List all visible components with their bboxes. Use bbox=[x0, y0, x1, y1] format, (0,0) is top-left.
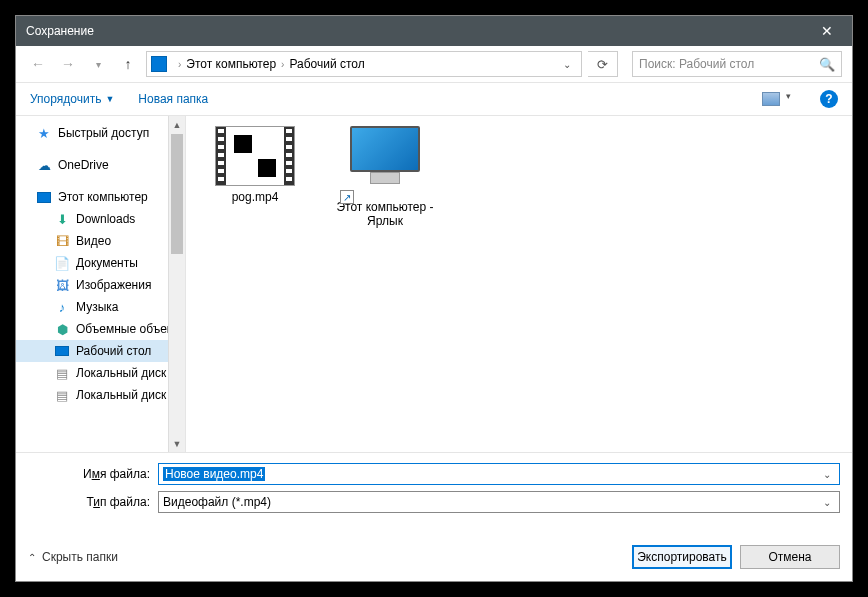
toolbar: Упорядочить ▼ Новая папка ? bbox=[16, 82, 852, 116]
folder-tree: ★ Быстрый доступ ☁ OneDrive Этот компьют… bbox=[16, 116, 185, 412]
export-button[interactable]: Экспортировать bbox=[632, 545, 732, 569]
help-button[interactable]: ? bbox=[820, 90, 838, 108]
video-thumbnail bbox=[215, 126, 295, 186]
music-icon: ♪ bbox=[54, 299, 70, 315]
sidebar-item-documents[interactable]: 📄 Документы bbox=[16, 252, 185, 274]
breadcrumb-dropdown[interactable]: ⌄ bbox=[557, 59, 577, 70]
sidebar-item-quick-access[interactable]: ★ Быстрый доступ bbox=[16, 122, 185, 144]
save-dialog: Сохранение ✕ ← → ▾ ↑ › Этот компьютер › … bbox=[15, 15, 853, 582]
sidebar-item-images[interactable]: 🖼 Изображения bbox=[16, 274, 185, 296]
chevron-up-icon: ⌃ bbox=[28, 552, 36, 563]
up-button[interactable]: ↑ bbox=[116, 52, 140, 76]
thispc-icon bbox=[151, 56, 167, 72]
cloud-icon: ☁ bbox=[36, 157, 52, 173]
forward-button[interactable]: → bbox=[56, 52, 80, 76]
view-options-button[interactable] bbox=[762, 92, 780, 106]
video-icon: 🎞 bbox=[54, 233, 70, 249]
file-item-video[interactable]: pog.mp4 bbox=[200, 126, 310, 204]
image-icon: 🖼 bbox=[54, 277, 70, 293]
sidebar-item-video[interactable]: 🎞 Видео bbox=[16, 230, 185, 252]
hide-folders-toggle[interactable]: ⌃ Скрыть папки bbox=[28, 550, 118, 564]
chevron-down-icon[interactable]: ⌄ bbox=[819, 497, 835, 508]
sidebar-item-localdisk-2[interactable]: ▤ Локальный диск bbox=[16, 384, 185, 406]
sidebar-item-music[interactable]: ♪ Музыка bbox=[16, 296, 185, 318]
sidebar-item-downloads[interactable]: ⬇ Downloads bbox=[16, 208, 185, 230]
chevron-right-icon: › bbox=[178, 59, 181, 70]
drive-icon: ▤ bbox=[54, 365, 70, 381]
pc-icon bbox=[36, 189, 52, 205]
sidebar-item-localdisk-1[interactable]: ▤ Локальный диск bbox=[16, 362, 185, 384]
sidebar-item-desktop[interactable]: Рабочий стол bbox=[16, 340, 185, 362]
breadcrumb-current[interactable]: Рабочий стол bbox=[289, 57, 364, 71]
drive-icon: ▤ bbox=[54, 387, 70, 403]
refresh-button[interactable]: ⟳ bbox=[588, 51, 618, 77]
breadcrumb-root[interactable]: Этот компьютер bbox=[186, 57, 276, 71]
search-icon: 🔍 bbox=[819, 57, 835, 72]
fields-panel: Имя файла: Новое видео.mp4 ⌄ Тип файла: … bbox=[16, 452, 852, 529]
chevron-down-icon[interactable]: ⌄ bbox=[819, 469, 835, 480]
scroll-up-icon[interactable]: ▲ bbox=[169, 116, 185, 133]
titlebar: Сохранение ✕ bbox=[16, 16, 852, 46]
shortcut-thumbnail: ↗ bbox=[330, 126, 440, 190]
sidebar: ★ Быстрый доступ ☁ OneDrive Этот компьют… bbox=[16, 116, 186, 452]
desktop-icon bbox=[54, 343, 70, 359]
file-label: pog.mp4 bbox=[200, 190, 310, 204]
file-label: Этот компьютер - Ярлык bbox=[330, 200, 440, 228]
filename-input[interactable]: Новое видео.mp4 ⌄ bbox=[158, 463, 840, 485]
scroll-thumb[interactable] bbox=[171, 134, 183, 254]
back-button[interactable]: ← bbox=[26, 52, 50, 76]
file-item-shortcut[interactable]: ↗ Этот компьютер - Ярлык bbox=[330, 126, 440, 228]
document-icon: 📄 bbox=[54, 255, 70, 271]
filename-label: Имя файла: bbox=[28, 467, 158, 481]
sidebar-item-3dobjects[interactable]: ⬢ Объемные объекты bbox=[16, 318, 185, 340]
new-folder-button[interactable]: Новая папка bbox=[138, 92, 208, 106]
breadcrumb[interactable]: › Этот компьютер › Рабочий стол ⌄ bbox=[146, 51, 582, 77]
shortcut-arrow-icon: ↗ bbox=[340, 190, 354, 204]
close-button[interactable]: ✕ bbox=[812, 23, 842, 39]
nav-row: ← → ▾ ↑ › Этот компьютер › Рабочий стол … bbox=[16, 46, 852, 82]
chevron-down-icon: ▼ bbox=[105, 94, 114, 104]
cancel-button[interactable]: Отмена bbox=[740, 545, 840, 569]
search-input[interactable]: Поиск: Рабочий стол 🔍 bbox=[632, 51, 842, 77]
cube-icon: ⬢ bbox=[54, 321, 70, 337]
sidebar-item-onedrive[interactable]: ☁ OneDrive bbox=[16, 154, 185, 176]
dialog-body: ★ Быстрый доступ ☁ OneDrive Этот компьют… bbox=[16, 116, 852, 452]
chevron-right-icon: › bbox=[281, 59, 284, 70]
footer: ⌃ Скрыть папки Экспортировать Отмена bbox=[16, 529, 852, 581]
download-icon: ⬇ bbox=[54, 211, 70, 227]
window-title: Сохранение bbox=[26, 24, 94, 38]
sidebar-item-thispc[interactable]: Этот компьютер bbox=[16, 186, 185, 208]
recent-dropdown[interactable]: ▾ bbox=[86, 52, 110, 76]
star-icon: ★ bbox=[36, 125, 52, 141]
filetype-label: Тип файла: bbox=[28, 495, 158, 509]
filetype-select[interactable]: Видеофайл (*.mp4) ⌄ bbox=[158, 491, 840, 513]
sidebar-scrollbar[interactable]: ▲ ▼ bbox=[168, 116, 185, 452]
organize-menu[interactable]: Упорядочить ▼ bbox=[30, 92, 114, 106]
scroll-down-icon[interactable]: ▼ bbox=[169, 435, 185, 452]
search-placeholder: Поиск: Рабочий стол bbox=[639, 57, 754, 71]
file-content-area[interactable]: pog.mp4 ↗ Этот компьютер - Ярлык bbox=[186, 116, 852, 452]
